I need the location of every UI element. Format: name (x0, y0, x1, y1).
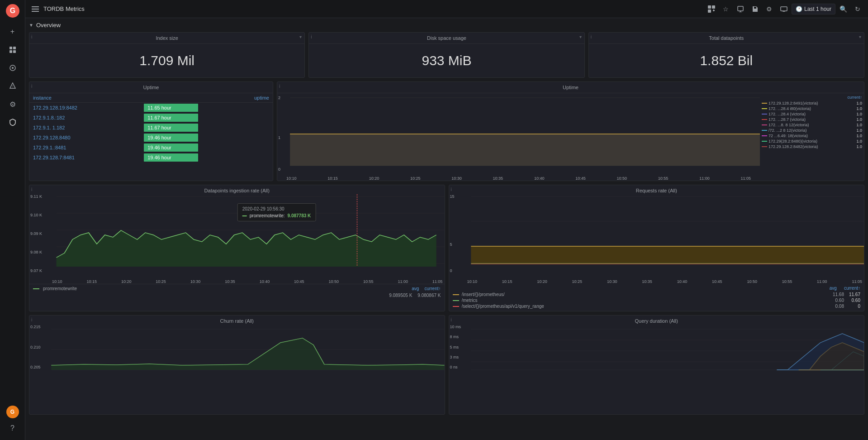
dashboard-area: ▼ Overview i Index size 1.709 Mil ▾ i Di… (25, 18, 868, 440)
x-axis-label: 10:45 (575, 176, 586, 181)
requests-legend-headers: avg current↑ (453, 286, 861, 291)
alerting-icon[interactable]: ! (5, 78, 21, 94)
legend-value: 1.0 (853, 134, 862, 138)
search-button[interactable]: 🔍 (836, 2, 850, 16)
total-datapoints-value: 1.852 Bil (589, 44, 864, 77)
panel-corner-menu[interactable]: ▾ (579, 34, 582, 39)
time-range-picker[interactable]: 🕐 Last 1 hour (792, 4, 835, 14)
x-axis-label: 11:00 (817, 279, 827, 284)
x-axis-label: 10:55 (782, 279, 792, 284)
legend-current-header: current↑ (424, 286, 441, 291)
table-row: 172.29.128.8480 19.46 hour (29, 133, 273, 143)
x-axis-label: 10:25 (156, 279, 166, 284)
legend-color (762, 135, 767, 136)
legend-name: /72. ...2 8 12(victoria) (768, 128, 852, 133)
panel-info-icon[interactable]: i (31, 317, 32, 322)
table-row: 172.9.1. 1.182 11.67 hour (29, 123, 273, 133)
section-chevron[interactable]: ▼ (29, 23, 33, 28)
legend-name: 172. ...28.7 (victoria) (768, 117, 852, 122)
datapoints-legend: promremotewrite avg current↑ (29, 284, 445, 293)
save-button[interactable] (748, 2, 762, 16)
instance-cell: 172.29.128.19:8482 (29, 103, 140, 113)
requests-legend-row: /metrics 0.60 0.60 (453, 297, 861, 303)
instance-cell: 172.29.128.8480 (29, 133, 140, 143)
panel-info-icon[interactable]: i (279, 84, 280, 89)
star-button[interactable]: ☆ (719, 2, 733, 16)
x-axis-label: 10:45 (712, 279, 722, 284)
help-icon[interactable]: ? (5, 420, 21, 436)
legend-color (762, 108, 767, 109)
legend-name: 172.29(28.2:8480)(victoria) (768, 139, 852, 143)
panel-corner-menu[interactable]: ▾ (859, 34, 861, 39)
uptime-cell: 19.46 hour (140, 133, 273, 143)
churn-title-text: Churn rate (All) (220, 318, 254, 324)
user-avatar[interactable]: G (6, 406, 19, 418)
panel-info-icon[interactable]: i (31, 84, 32, 89)
main-content: TORDB Metrics ☆ (25, 0, 868, 440)
dashboards-icon[interactable] (5, 42, 21, 58)
legend-color (762, 124, 767, 125)
panel-info-icon[interactable]: i (31, 187, 32, 192)
uptime-chart-svg (277, 93, 760, 175)
explore-icon[interactable] (5, 60, 21, 76)
x-axis-label: 10:35 (225, 279, 235, 284)
x-axis-label: 10:15 (327, 176, 338, 181)
y-axis-churn: 0.215 0.210 0.205 (30, 325, 41, 369)
section-title: Overview (36, 22, 61, 29)
legend-value: 1.0 (853, 106, 862, 111)
total-datapoints-title: Total datapoints (589, 33, 864, 44)
x-axis-label: 10:10 (52, 279, 62, 284)
x-axis-label: 10:55 (658, 176, 669, 181)
uptime-legend-item: 172.29.128.2:8491(victoria) 1.0 (762, 100, 862, 106)
table-row: 172.9.1.8.:182 11.67 hour (29, 113, 273, 123)
panel-info-icon[interactable]: i (311, 34, 312, 39)
legend-color (453, 306, 459, 307)
disk-space-value: 933 MiB (309, 44, 584, 77)
tv-button[interactable] (777, 2, 791, 16)
legend-values: avg current↑ (412, 286, 441, 291)
configuration-icon[interactable]: ⚙ (5, 96, 21, 112)
panel-info-icon[interactable]: i (31, 34, 32, 39)
x-axis-label: 10:35 (493, 176, 503, 181)
panel-corner-menu[interactable]: ▾ (299, 34, 302, 39)
col-uptime: uptime (140, 93, 273, 103)
panel-info-icon[interactable]: i (451, 187, 452, 192)
churn-title: Churn rate (All) (29, 316, 445, 325)
legend-name: /select/{}/prometheus/api/v1/query_range (462, 304, 828, 309)
requests-rate-panel: i Requests rate (All) 15 5 0 (449, 185, 865, 311)
shield-icon[interactable] (5, 114, 21, 130)
legend-avg-header: avg (412, 286, 419, 291)
legend-current: 0 (847, 304, 860, 309)
x-axis-label: 10:20 (121, 279, 132, 284)
topbar-actions: ☆ ⚙ 🕐 (705, 2, 864, 16)
index-size-title: Index size (29, 33, 304, 44)
settings-button[interactable]: ⚙ (763, 2, 776, 16)
x-axis-label: 11:05 (740, 176, 751, 181)
svg-rect-11 (32, 11, 39, 12)
add-panel-button[interactable] (705, 2, 718, 16)
share-button[interactable] (734, 2, 747, 16)
time-range-label: Last 1 hour (804, 6, 831, 12)
legend-color (762, 103, 767, 104)
x-labels-datapoints: 10:1010:1510:2010:2510:3010:3510:4010:45… (29, 279, 445, 284)
legend-color (453, 294, 459, 295)
menu-icon[interactable] (29, 3, 42, 15)
query-duration-title-text: Query duration (All) (635, 318, 678, 324)
panel-info-icon[interactable]: i (591, 34, 592, 39)
app-logo[interactable]: G (5, 4, 20, 18)
x-axis-label: 10:30 (190, 279, 201, 284)
svg-rect-20 (781, 7, 787, 11)
add-panel-icon[interactable]: + (5, 24, 21, 40)
panel-info-icon[interactable]: i (451, 317, 452, 322)
svg-rect-2 (9, 47, 12, 49)
uptime-legend-item: 172. ...28.4 (victoria) 1.0 (762, 111, 862, 117)
x-axis-label: 10:45 (294, 279, 304, 284)
legend-color (453, 300, 459, 301)
legend-name: /metrics (462, 298, 828, 303)
instance-cell: 172.29.1.:8481 (29, 143, 140, 153)
legend-avg: 11.68 (830, 292, 844, 297)
refresh-button[interactable]: ↻ (851, 2, 864, 16)
requests-chart-container: 15 5 0 (449, 194, 864, 284)
uptime-legend-item: /72. ...2 8 12(victoria) 1.0 (762, 128, 862, 133)
y-axis-datapoints: 9.11 K 9.10 K 9.09 K 9.08 K 9.07 K (30, 194, 42, 273)
